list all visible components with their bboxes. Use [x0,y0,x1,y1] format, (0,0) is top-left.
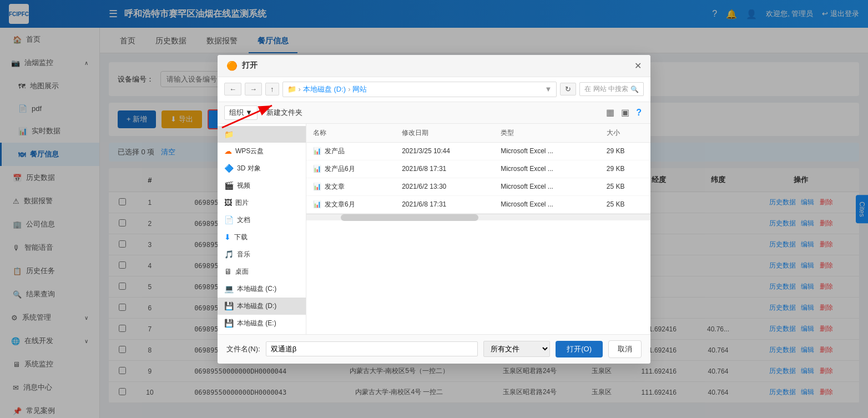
horizontal-scrollbar[interactable] [306,214,650,220]
wps-cloud-icon: ☁ [224,147,232,155]
search-icon: 🔍 [630,85,639,93]
excel-file-icon: 📊 [313,200,321,208]
col-date: 修改日期 [395,124,494,143]
organize-dropdown-icon: ▼ [245,108,253,117]
cancel-button[interactable]: 取消 [608,340,642,358]
disk-e-icon: 💾 [224,319,234,328]
file-dialog-footer: 文件名(N): 所有文件 打开(O) 取消 [218,334,650,364]
forward-button[interactable]: → [245,83,262,95]
file-date: 2021/3/25 10:44 [395,142,494,160]
desktop-icon: 🖥 [224,267,232,276]
file-toolbar: 组织 ▼ 新建文件夹 ▦ ▣ ? [218,102,650,124]
fs-label: 下载 [234,233,248,242]
fs-label: 本地磁盘 (D:) [237,301,276,311]
fs-label: 本地磁盘 (E:) [237,319,276,328]
up-button[interactable]: ↑ [265,83,279,95]
excel-file-icon: 📊 [313,183,321,190]
new-folder-button[interactable]: 新建文件夹 [262,106,307,119]
file-name: 📊发产品 [306,142,395,160]
file-open-dialog: 🟠 打开 ✕ ← → ↑ 📁 › 本地磁盘 (D:) › 网站 ▼ ↻ 在 网站… [218,55,650,364]
fs-label: 音乐 [237,250,250,259]
file-type: Microsoft Excel ... [494,178,600,195]
file-sidebar: 📁 ☁ WPS云盘 🔷 3D 对象 🎬 视频 🖼 图片 [218,124,306,334]
fs-download[interactable]: ⬇ 下载 [218,229,306,246]
download-icon: ⬇ [224,233,231,241]
fs-picture[interactable]: 🖼 图片 [218,194,306,211]
fs-current-folder[interactable]: 📁 [218,126,306,143]
path-dropdown-icon[interactable]: ▼ [544,85,552,93]
fs-label: 图片 [235,198,249,208]
search-label: 在 网站 中搜索 [584,84,628,94]
fs-label: 3D 对象 [237,164,261,173]
view-buttons: ▦ ▣ ? [604,106,644,119]
organize-label: 组织 [229,108,244,118]
excel-file-icon: 📊 [313,165,321,173]
dialog-title: 打开 [242,61,630,70]
fs-desktop[interactable]: 🖥 桌面 [218,263,306,280]
file-nav-bar: ← → ↑ 📁 › 本地磁盘 (D:) › 网站 ▼ ↻ 在 网站 中搜索 🔍 [218,77,650,102]
file-size: 29 KB [600,160,650,178]
file-list-table: 名称 修改日期 类型 大小 📊发产品 2021/3/25 10:44 Micro… [306,124,650,214]
document-icon: 📄 [224,215,234,224]
file-name: 📊发产品6月 [306,160,395,178]
file-type: Microsoft Excel ... [494,142,600,160]
file-size: 25 KB [600,195,650,213]
fs-label: 文档 [237,215,250,225]
file-date: 2021/6/2 13:30 [395,178,494,195]
file-list-item[interactable]: 📊发文章 2021/6/2 13:30 Microsoft Excel ... … [306,178,650,195]
disk-c-icon: 💻 [224,284,234,293]
fs-document[interactable]: 📄 文档 [218,211,306,229]
fs-wps-cloud[interactable]: ☁ WPS云盘 [218,143,306,160]
music-icon: 🎵 [224,250,234,259]
back-button[interactable]: ← [224,83,241,95]
excel-file-icon: 📊 [313,147,321,155]
file-list-item[interactable]: 📊发文章6月 2021/6/8 17:31 Microsoft Excel ..… [306,195,650,213]
organize-button[interactable]: 组织 ▼ [224,105,258,120]
filetype-select[interactable]: 所有文件 [483,341,550,357]
view-list-icon[interactable]: ▣ [619,106,632,119]
open-button[interactable]: 打开(O) [556,341,603,357]
fs-label: WPS云盘 [235,147,264,156]
search-bar[interactable]: 在 网站 中搜索 🔍 [579,82,644,96]
file-date: 2021/6/8 17:31 [395,195,494,213]
file-type: Microsoft Excel ... [494,195,600,213]
fs-disk-d[interactable]: 💾 本地磁盘 (D:) [218,298,306,315]
path-website[interactable]: 网站 [352,84,367,94]
fs-video[interactable]: 🎬 视频 [218,177,306,194]
fs-disk-c[interactable]: 💻 本地磁盘 (C:) [218,280,306,298]
file-size: 25 KB [600,178,650,195]
refresh-button[interactable]: ↻ [560,83,576,95]
fs-label: 本地磁盘 (C:) [237,284,276,294]
fs-label: 桌面 [235,267,249,276]
scrollbar-thumb[interactable] [341,214,478,221]
filename-input[interactable] [266,341,478,356]
file-name: 📊发文章6月 [306,195,395,213]
fs-3d[interactable]: 🔷 3D 对象 [218,160,306,177]
3d-icon: 🔷 [224,164,234,173]
file-size: 29 KB [600,142,650,160]
file-dialog-overlay: 🟠 打开 ✕ ← → ↑ 📁 › 本地磁盘 (D:) › 网站 ▼ ↻ 在 网站… [0,0,868,418]
disk-d-icon: 💾 [224,301,234,310]
folder-icon: 📁 [287,85,296,93]
dialog-help-icon[interactable]: ? [634,107,644,119]
file-dialog-body: 📁 ☁ WPS云盘 🔷 3D 对象 🎬 视频 🖼 图片 [218,124,650,334]
video-icon: 🎬 [224,181,234,190]
dialog-header: 🟠 打开 ✕ [218,55,650,77]
col-size: 大小 [600,124,650,143]
picture-icon: 🖼 [224,198,232,207]
fs-music[interactable]: 🎵 音乐 [218,246,306,263]
fs-disk-e[interactable]: 💾 本地磁盘 (E:) [218,315,306,332]
file-list-item[interactable]: 📊发产品6月 2021/6/8 17:31 Microsoft Excel ..… [306,160,650,178]
fs-label: 视频 [237,181,250,190]
view-grid-icon[interactable]: ▦ [604,106,617,119]
path-disk[interactable]: 本地磁盘 (D:) [303,84,346,94]
file-type: Microsoft Excel ... [494,160,600,178]
dialog-chrome-icon: 🟠 [226,61,238,71]
path-bar: 📁 › 本地磁盘 (D:) › 网站 ▼ [282,82,557,97]
file-name: 📊发文章 [306,178,395,195]
file-list-area: 名称 修改日期 类型 大小 📊发产品 2021/3/25 10:44 Micro… [306,124,650,334]
col-name: 名称 [306,124,395,143]
dialog-close-button[interactable]: ✕ [634,61,642,71]
file-list-item[interactable]: 📊发产品 2021/3/25 10:44 Microsoft Excel ...… [306,142,650,160]
file-date: 2021/6/8 17:31 [395,160,494,178]
